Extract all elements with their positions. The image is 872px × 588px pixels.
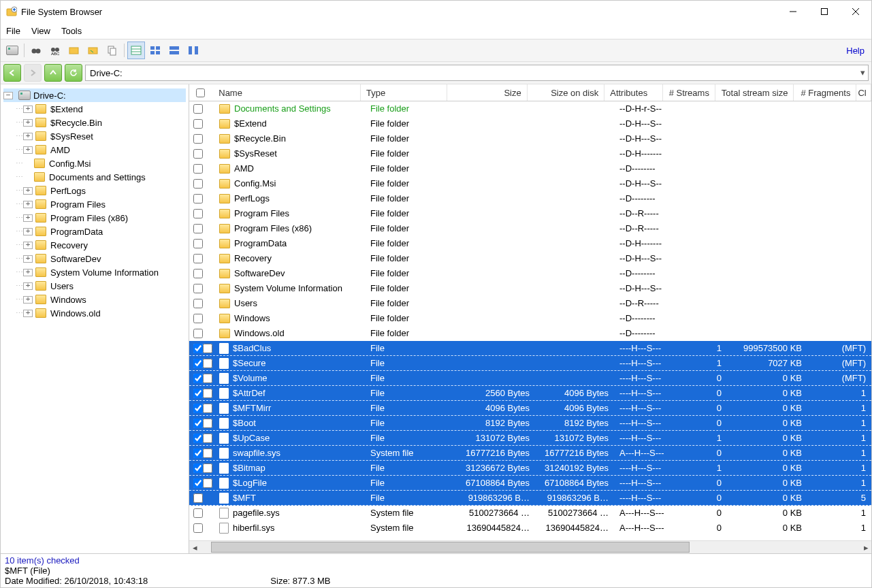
tool-drive-icon[interactable] — [3, 42, 21, 59]
scroll-left-icon[interactable]: ◂ — [189, 542, 200, 553]
table-row[interactable]: $BootFile8192 Bytes8192 Bytes----H---S--… — [189, 416, 871, 431]
header-checkbox[interactable] — [189, 86, 213, 99]
scroll-right-icon[interactable]: ▸ — [860, 542, 871, 553]
col-streams[interactable]: # Streams — [663, 84, 715, 101]
table-row[interactable]: PerfLogsFile folder--D-------- — [189, 191, 871, 206]
tree-item[interactable]: ⋯+$SysReset — [3, 129, 186, 143]
collapse-icon[interactable]: − — [3, 92, 13, 99]
tree-item[interactable]: ⋯+$Recycle.Bin — [3, 116, 186, 129]
col-fragments[interactable]: # Fragments — [794, 84, 856, 101]
row-checkbox[interactable] — [189, 478, 214, 488]
expand-icon[interactable]: + — [23, 282, 33, 290]
tree-item[interactable]: ⋯Config.Msi — [3, 157, 186, 170]
nav-refresh-button[interactable] — [65, 64, 82, 82]
row-checkbox[interactable] — [189, 299, 214, 308]
expand-icon[interactable]: + — [23, 296, 33, 304]
table-row[interactable]: $MFTMirrFile4096 Bytes4096 Bytes----H---… — [189, 401, 871, 416]
table-row[interactable]: UsersFile folder--D--R----- — [189, 296, 871, 311]
table-row[interactable]: Program FilesFile folder--D--R----- — [189, 206, 871, 221]
row-checkbox[interactable] — [189, 314, 214, 323]
row-checkbox[interactable] — [189, 194, 214, 203]
table-row[interactable]: $BadClusFile----H---S---1999573500 KB(MF… — [189, 341, 871, 356]
table-row[interactable]: $BitmapFile31236672 Bytes31240192 Bytes-… — [189, 461, 871, 476]
expand-icon[interactable]: + — [23, 214, 33, 222]
row-checkbox[interactable] — [189, 448, 214, 458]
table-row[interactable]: $LogFileFile67108864 Bytes67108864 Bytes… — [189, 476, 871, 491]
table-row[interactable]: swapfile.sysSystem file16777216 Bytes167… — [189, 446, 871, 461]
tool-open-icon[interactable] — [65, 42, 83, 59]
row-checkbox[interactable] — [189, 329, 214, 338]
table-row[interactable]: $ExtendFile folder--D-H---S-- — [189, 116, 871, 131]
view-tile-icon[interactable] — [165, 42, 183, 59]
row-checkbox[interactable] — [189, 284, 214, 293]
tree-item[interactable]: ⋯Documents and Settings — [3, 170, 186, 184]
tree-item[interactable]: ⋯+Program Files — [3, 197, 186, 211]
view-small-icon[interactable] — [184, 42, 202, 59]
expand-icon[interactable]: + — [23, 228, 33, 235]
expand-icon[interactable]: + — [23, 255, 33, 263]
row-checkbox[interactable] — [189, 389, 214, 398]
expand-icon[interactable]: + — [23, 310, 33, 317]
row-checkbox[interactable] — [189, 149, 214, 159]
col-name[interactable]: Name — [213, 84, 361, 101]
tree-item[interactable]: ⋯+PerfLogs — [3, 184, 186, 197]
expand-icon[interactable]: + — [23, 201, 33, 208]
tool-copy-icon[interactable] — [103, 42, 121, 59]
tool-open2-icon[interactable] — [84, 42, 102, 59]
maximize-button[interactable] — [809, 1, 840, 22]
scroll-thumb[interactable] — [211, 542, 690, 553]
folder-tree[interactable]: − Drive-C: ⋯+$Extend⋯+$Recycle.Bin⋯+$Sys… — [1, 84, 189, 553]
tree-item[interactable]: ⋯+ProgramData — [3, 225, 186, 238]
row-checkbox[interactable] — [189, 463, 214, 473]
row-checkbox[interactable] — [189, 374, 214, 383]
tree-item[interactable]: ⋯+AMD — [3, 143, 186, 157]
table-row[interactable]: AMDFile folder--D-------- — [189, 161, 871, 176]
tree-item[interactable]: ⋯+Windows.old — [3, 306, 186, 320]
expand-icon[interactable]: + — [23, 133, 33, 140]
expand-icon[interactable]: + — [23, 242, 33, 249]
path-input[interactable]: Drive-C: ▾ — [85, 65, 869, 81]
tree-item[interactable]: ⋯+Recovery — [3, 238, 186, 252]
expand-icon[interactable]: + — [23, 187, 33, 195]
tree-item[interactable]: ⋯+SoftwareDev — [3, 252, 186, 265]
view-list-icon[interactable] — [146, 42, 164, 59]
expand-icon[interactable]: + — [23, 146, 33, 154]
table-row[interactable]: Config.MsiFile folder--D-H---S-- — [189, 176, 871, 191]
expand-icon[interactable]: + — [23, 105, 33, 113]
row-checkbox[interactable] — [189, 104, 214, 114]
horizontal-scrollbar[interactable]: ◂ ▸ — [189, 540, 871, 553]
row-checkbox[interactable] — [189, 119, 214, 129]
minimize-button[interactable] — [777, 1, 809, 22]
col-clusters[interactable]: Cl — [856, 84, 871, 101]
table-row[interactable]: WindowsFile folder--D-------- — [189, 311, 871, 326]
table-row[interactable]: SoftwareDevFile folder--D-------- — [189, 266, 871, 281]
table-row[interactable]: pagefile.sysSystem file5100273664 …51002… — [189, 506, 871, 521]
view-details-icon[interactable] — [127, 42, 145, 59]
help-link[interactable]: Help — [846, 46, 869, 56]
nav-back-button[interactable] — [3, 64, 21, 82]
table-row[interactable]: System Volume InformationFile folder--D-… — [189, 281, 871, 296]
tree-root[interactable]: − Drive-C: — [3, 88, 186, 102]
table-row[interactable]: $VolumeFile----H---S---00 KB(MFT) — [189, 371, 871, 386]
tree-item[interactable]: ⋯+System Volume Information — [3, 265, 186, 279]
col-type[interactable]: Type — [361, 84, 447, 101]
expand-icon[interactable]: + — [23, 119, 33, 127]
table-row[interactable]: $SecureFile----H---S---17027 KB(MFT) — [189, 356, 871, 371]
row-checkbox[interactable] — [189, 179, 214, 189]
table-row[interactable]: hiberfil.sysSystem file13690445824…13690… — [189, 521, 871, 536]
table-row[interactable]: $AttrDefFile2560 Bytes4096 Bytes----H---… — [189, 386, 871, 401]
row-checkbox[interactable] — [189, 344, 214, 353]
col-size[interactable]: Size — [447, 84, 527, 101]
row-checkbox[interactable] — [189, 269, 214, 278]
tree-item[interactable]: ⋯+Users — [3, 279, 186, 293]
table-row[interactable]: Program Files (x86)File folder--D--R----… — [189, 221, 871, 236]
tool-binocular-icon[interactable] — [27, 42, 45, 59]
col-total-stream[interactable]: Total stream size — [715, 84, 794, 101]
row-checkbox[interactable] — [189, 359, 214, 368]
col-attributes[interactable]: Attributes — [604, 84, 663, 101]
row-checkbox[interactable] — [189, 164, 214, 174]
table-row[interactable]: RecoveryFile folder--D-H---S-- — [189, 251, 871, 266]
table-row[interactable]: $SysResetFile folder--D-H------- — [189, 146, 871, 161]
table-row[interactable]: $Recycle.BinFile folder--D-H---S-- — [189, 131, 871, 146]
menu-tools[interactable]: Tools — [61, 26, 82, 36]
